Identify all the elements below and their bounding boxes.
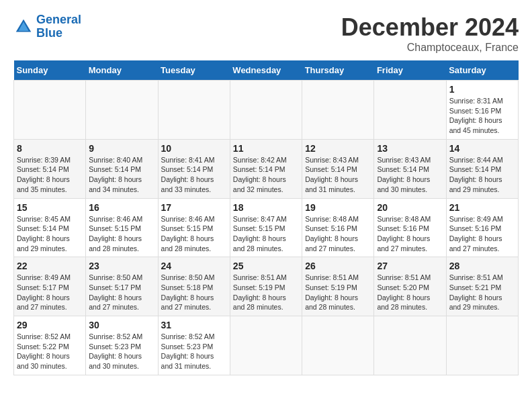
day-number: 22 bbox=[17, 261, 83, 271]
day-number: 18 bbox=[233, 202, 299, 213]
day-number: 27 bbox=[377, 261, 443, 271]
day-cell-1: 1 Sunrise: 8:31 AM Sunset: 5:16 PM Dayli… bbox=[446, 81, 518, 140]
day-info: Sunrise: 8:50 AM Sunset: 5:18 PM Dayligh… bbox=[161, 273, 227, 312]
logo-line2: Blue bbox=[36, 26, 62, 40]
day-cell-10: 10 Sunrise: 8:41 AM Sunset: 5:14 PM Dayl… bbox=[158, 139, 230, 198]
day-info: Sunrise: 8:46 AM Sunset: 5:15 PM Dayligh… bbox=[161, 214, 227, 254]
day-info: Sunrise: 8:50 AM Sunset: 5:17 PM Dayligh… bbox=[89, 273, 154, 312]
day-info: Sunrise: 8:49 AM Sunset: 5:17 PM Dayligh… bbox=[17, 273, 83, 312]
empty-cell bbox=[86, 81, 158, 140]
header-day-wednesday: Wednesday bbox=[230, 60, 302, 81]
empty-cell bbox=[14, 81, 86, 140]
day-number: 8 bbox=[17, 143, 83, 154]
day-number: 28 bbox=[449, 261, 515, 271]
empty-cell bbox=[302, 81, 374, 140]
calendar-table: SundayMondayTuesdayWednesdayThursdayFrid… bbox=[13, 60, 519, 375]
calendar-week-3: 15 Sunrise: 8:45 AM Sunset: 5:14 PM Dayl… bbox=[14, 198, 519, 257]
day-info: Sunrise: 8:41 AM Sunset: 5:14 PM Dayligh… bbox=[161, 155, 227, 195]
day-cell-19: 19 Sunrise: 8:48 AM Sunset: 5:16 PM Dayl… bbox=[302, 198, 374, 257]
empty-cell bbox=[158, 81, 230, 140]
day-cell-16: 16 Sunrise: 8:46 AM Sunset: 5:15 PM Dayl… bbox=[86, 198, 158, 257]
day-info: Sunrise: 8:48 AM Sunset: 5:16 PM Dayligh… bbox=[377, 214, 443, 254]
empty-cell bbox=[374, 316, 446, 375]
calendar-week-4: 22 Sunrise: 8:49 AM Sunset: 5:17 PM Dayl… bbox=[14, 257, 519, 316]
day-info: Sunrise: 8:52 AM Sunset: 5:23 PM Dayligh… bbox=[89, 332, 154, 371]
day-number: 30 bbox=[89, 320, 154, 330]
day-number: 11 bbox=[233, 143, 299, 154]
day-cell-13: 13 Sunrise: 8:43 AM Sunset: 5:14 PM Dayl… bbox=[374, 139, 446, 198]
empty-cell bbox=[302, 316, 374, 375]
day-cell-25: 25 Sunrise: 8:51 AM Sunset: 5:19 PM Dayl… bbox=[230, 257, 302, 316]
day-info: Sunrise: 8:51 AM Sunset: 5:21 PM Dayligh… bbox=[449, 273, 515, 312]
day-cell-26: 26 Sunrise: 8:51 AM Sunset: 5:19 PM Dayl… bbox=[302, 257, 374, 316]
day-info: Sunrise: 8:51 AM Sunset: 5:19 PM Dayligh… bbox=[233, 273, 299, 312]
day-number: 13 bbox=[377, 143, 443, 154]
day-cell-14: 14 Sunrise: 8:44 AM Sunset: 5:14 PM Dayl… bbox=[446, 139, 518, 198]
logo-line1: General bbox=[36, 13, 81, 26]
day-info: Sunrise: 8:51 AM Sunset: 5:20 PM Dayligh… bbox=[377, 273, 443, 312]
day-cell-15: 15 Sunrise: 8:45 AM Sunset: 5:14 PM Dayl… bbox=[14, 198, 86, 257]
day-info: Sunrise: 8:49 AM Sunset: 5:16 PM Dayligh… bbox=[449, 214, 515, 254]
day-number: 24 bbox=[161, 261, 227, 271]
calendar-week-1: 1 Sunrise: 8:31 AM Sunset: 5:16 PM Dayli… bbox=[14, 81, 519, 140]
day-cell-20: 20 Sunrise: 8:48 AM Sunset: 5:16 PM Dayl… bbox=[374, 198, 446, 257]
header-day-saturday: Saturday bbox=[446, 60, 518, 81]
day-number: 17 bbox=[161, 202, 227, 213]
month-title: December 2024 bbox=[341, 13, 519, 42]
day-number: 21 bbox=[449, 202, 515, 213]
page-header: General Blue December 2024 Champtoceaux,… bbox=[13, 13, 519, 54]
day-number: 12 bbox=[305, 143, 371, 154]
day-number: 25 bbox=[233, 261, 299, 271]
day-cell-17: 17 Sunrise: 8:46 AM Sunset: 5:15 PM Dayl… bbox=[158, 198, 230, 257]
day-number: 20 bbox=[377, 202, 443, 213]
day-number: 14 bbox=[449, 143, 515, 154]
day-cell-31: 31 Sunrise: 8:52 AM Sunset: 5:23 PM Dayl… bbox=[158, 316, 230, 375]
logo: General Blue bbox=[13, 13, 81, 40]
day-number: 26 bbox=[305, 261, 371, 271]
day-info: Sunrise: 8:43 AM Sunset: 5:14 PM Dayligh… bbox=[305, 155, 371, 195]
day-info: Sunrise: 8:51 AM Sunset: 5:19 PM Dayligh… bbox=[305, 273, 371, 312]
empty-cell bbox=[374, 81, 446, 140]
day-number: 31 bbox=[161, 320, 227, 330]
header-day-thursday: Thursday bbox=[302, 60, 374, 81]
day-number: 9 bbox=[89, 143, 154, 154]
day-info: Sunrise: 8:52 AM Sunset: 5:23 PM Dayligh… bbox=[161, 332, 227, 371]
day-info: Sunrise: 8:44 AM Sunset: 5:14 PM Dayligh… bbox=[449, 155, 515, 195]
day-cell-9: 9 Sunrise: 8:40 AM Sunset: 5:14 PM Dayli… bbox=[86, 139, 158, 198]
day-info: Sunrise: 8:43 AM Sunset: 5:14 PM Dayligh… bbox=[377, 155, 443, 195]
day-info: Sunrise: 8:31 AM Sunset: 5:16 PM Dayligh… bbox=[449, 96, 515, 136]
day-cell-27: 27 Sunrise: 8:51 AM Sunset: 5:20 PM Dayl… bbox=[374, 257, 446, 316]
day-cell-28: 28 Sunrise: 8:51 AM Sunset: 5:21 PM Dayl… bbox=[446, 257, 518, 316]
day-cell-12: 12 Sunrise: 8:43 AM Sunset: 5:14 PM Dayl… bbox=[302, 139, 374, 198]
empty-cell bbox=[446, 316, 518, 375]
title-block: December 2024 Champtoceaux, France bbox=[341, 13, 519, 54]
logo-text: General Blue bbox=[36, 13, 81, 40]
day-number: 15 bbox=[17, 202, 83, 213]
day-cell-11: 11 Sunrise: 8:42 AM Sunset: 5:14 PM Dayl… bbox=[230, 139, 302, 198]
day-cell-24: 24 Sunrise: 8:50 AM Sunset: 5:18 PM Dayl… bbox=[158, 257, 230, 316]
day-info: Sunrise: 8:48 AM Sunset: 5:16 PM Dayligh… bbox=[305, 214, 371, 254]
empty-cell bbox=[230, 316, 302, 375]
calendar-week-5: 29 Sunrise: 8:52 AM Sunset: 5:22 PM Dayl… bbox=[14, 316, 519, 375]
day-number: 29 bbox=[17, 320, 83, 330]
day-number: 23 bbox=[89, 261, 154, 271]
day-info: Sunrise: 8:46 AM Sunset: 5:15 PM Dayligh… bbox=[89, 214, 154, 254]
day-cell-18: 18 Sunrise: 8:47 AM Sunset: 5:15 PM Dayl… bbox=[230, 198, 302, 257]
calendar-week-2: 8 Sunrise: 8:39 AM Sunset: 5:14 PM Dayli… bbox=[14, 139, 519, 198]
header-day-tuesday: Tuesday bbox=[158, 60, 230, 81]
day-number: 19 bbox=[305, 202, 371, 213]
day-info: Sunrise: 8:40 AM Sunset: 5:14 PM Dayligh… bbox=[89, 155, 154, 195]
day-cell-29: 29 Sunrise: 8:52 AM Sunset: 5:22 PM Dayl… bbox=[14, 316, 86, 375]
day-cell-23: 23 Sunrise: 8:50 AM Sunset: 5:17 PM Dayl… bbox=[86, 257, 158, 316]
logo-icon bbox=[13, 17, 34, 37]
header-day-sunday: Sunday bbox=[14, 60, 86, 81]
day-number: 16 bbox=[89, 202, 154, 213]
day-number: 1 bbox=[449, 84, 515, 95]
header-day-monday: Monday bbox=[86, 60, 158, 81]
location-subtitle: Champtoceaux, France bbox=[341, 42, 519, 54]
day-info: Sunrise: 8:52 AM Sunset: 5:22 PM Dayligh… bbox=[17, 332, 83, 371]
empty-cell bbox=[230, 81, 302, 140]
day-info: Sunrise: 8:39 AM Sunset: 5:14 PM Dayligh… bbox=[17, 155, 83, 195]
day-info: Sunrise: 8:45 AM Sunset: 5:14 PM Dayligh… bbox=[17, 214, 83, 254]
day-info: Sunrise: 8:42 AM Sunset: 5:14 PM Dayligh… bbox=[233, 155, 299, 195]
